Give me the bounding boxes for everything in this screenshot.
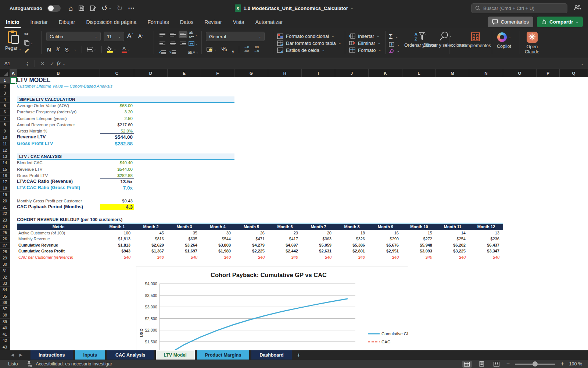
row-header-35[interactable]: 35 <box>0 293 10 300</box>
cohort-cell[interactable]: $1,980 <box>201 248 234 254</box>
sheet-title-cell[interactable]: LTV MODEL <box>17 77 50 84</box>
row-value[interactable]: $282.88 <box>100 141 134 146</box>
column-header-l[interactable]: L <box>402 69 436 77</box>
cohort-cell[interactable]: $40 <box>402 254 436 261</box>
tab-scroll-right-icon[interactable]: ▶ <box>19 353 22 357</box>
doc-title-chevron-icon[interactable]: ⌄ <box>351 6 354 10</box>
accessibility-icon[interactable] <box>26 361 32 367</box>
orientation-icon[interactable]: ab↗ ⌄ <box>188 50 198 54</box>
align-bottom-icon[interactable] <box>179 31 187 38</box>
row-header-2[interactable]: 2 <box>0 84 10 90</box>
add-sheet-button[interactable]: + <box>294 350 304 360</box>
cohort-cell[interactable]: $40 <box>100 254 134 261</box>
open-claude-button[interactable]: ✳ OpenClaude <box>525 32 539 55</box>
column-header-d[interactable]: D <box>134 69 168 77</box>
cohort-cell[interactable]: $544 <box>201 236 234 242</box>
align-middle-icon[interactable] <box>170 32 176 37</box>
row-label[interactable]: LTV:CAC Ratio (Revenue) <box>17 179 73 184</box>
cohort-cell[interactable]: $290 <box>369 236 402 242</box>
addins-button[interactable]: Complementos <box>460 32 491 48</box>
cohort-cell[interactable]: $2,801 <box>335 248 369 254</box>
page-break-view-button[interactable] <box>492 361 501 368</box>
grow-font-button[interactable]: A⌃ <box>127 32 134 40</box>
row-value[interactable]: 13.5x <box>100 179 134 184</box>
formula-input[interactable] <box>69 60 577 68</box>
column-header-p[interactable]: P <box>537 69 560 77</box>
undo-button[interactable]: ↺⌄ <box>101 4 111 12</box>
cohort-cell[interactable]: 30 <box>201 230 234 236</box>
find-select-button[interactable]: ⌄ Buscar y seleccionar <box>423 31 466 48</box>
row-label[interactable]: LTV:CAC Ratio (Gross Profit) <box>17 185 80 190</box>
column-header-j[interactable]: J <box>335 69 369 77</box>
row-header-8[interactable]: 8 <box>0 122 10 128</box>
cohort-cell[interactable]: $417 <box>268 236 302 242</box>
cohort-cell[interactable]: $2,951 <box>369 248 402 254</box>
zoom-in-button[interactable]: + <box>560 361 564 367</box>
row-header-30[interactable]: 30 <box>0 261 10 268</box>
row-label[interactable]: CAC Payback Period (Months) <box>17 204 83 209</box>
cohort-cell[interactable]: $1,367 <box>134 248 168 254</box>
conditional-formatting-button[interactable]: Formato condicional⌄ <box>277 33 341 39</box>
column-header-f[interactable]: F <box>201 69 234 77</box>
cohort-cell[interactable]: $471 <box>234 236 268 242</box>
cohort-payback-chart[interactable]: Cohort Payback: Cumulative GP vs CAC $4,… <box>136 266 408 350</box>
font-color-icon[interactable]: A ⌄ <box>122 46 130 53</box>
row-value[interactable]: 4.3 <box>100 204 134 210</box>
row-value[interactable]: $282.88 <box>100 173 134 179</box>
more-commands-icon[interactable]: ⋯ <box>128 5 135 11</box>
column-header-k[interactable]: K <box>369 69 402 77</box>
sheet-tab-instructions[interactable]: Instructions <box>31 350 73 360</box>
cohort-cell[interactable]: $326 <box>335 236 369 242</box>
row-label[interactable]: Annual Revenue per Customer <box>17 122 75 127</box>
cohort-cell[interactable]: $1,813 <box>100 242 134 248</box>
cohort-header-cell[interactable]: Month 3 <box>168 224 201 230</box>
wrap-text-icon[interactable]: abc↩ ⌄ <box>189 31 198 39</box>
cohort-cell[interactable]: 18 <box>335 230 369 236</box>
cohort-cell[interactable]: 26 <box>234 230 268 236</box>
column-header-a[interactable]: A <box>10 69 17 77</box>
row-label[interactable]: Gross Profit LTV <box>17 173 48 178</box>
cohort-cell[interactable]: $272 <box>402 236 436 242</box>
row-header-13[interactable]: 13 <box>0 153 10 160</box>
cohort-header-cell[interactable]: Month 2 <box>134 224 168 230</box>
cohort-cell[interactable]: $40 <box>369 254 402 261</box>
row-header-16[interactable]: 16 <box>0 173 10 179</box>
sheet-tab-product-margins[interactable]: Product Margins <box>197 350 250 360</box>
merge-center-icon[interactable]: ⌄ <box>189 41 198 46</box>
row-label[interactable]: Purchase Frequency (orders/yr) <box>17 109 76 114</box>
row-label[interactable]: Gross Margin % <box>17 128 47 133</box>
autosum-icon[interactable]: Σ <box>389 33 393 40</box>
redo-button[interactable]: ↻ <box>116 4 123 12</box>
cohort-cell[interactable]: $40 <box>234 254 268 261</box>
comma-style-button[interactable]: , <box>232 47 234 51</box>
save-as-icon[interactable] <box>90 5 96 11</box>
cohort-cell[interactable]: $40 <box>436 254 469 261</box>
cohort-header-cell[interactable]: Month 5 <box>234 224 268 230</box>
cancel-entry-icon[interactable]: ✕ <box>40 61 45 67</box>
row-header-12[interactable]: 12 <box>0 147 10 153</box>
decrease-indent-icon[interactable] <box>159 50 166 54</box>
row-label[interactable]: Average Order Value (AOV) <box>17 103 69 108</box>
cohort-cell[interactable]: $40 <box>469 254 503 261</box>
row-value[interactable]: $9.43 <box>100 198 134 203</box>
ribbon-tab-dibujar[interactable]: Dibujar <box>58 18 76 26</box>
sheet-grid[interactable]: LTV MODELCustomer Lifetime Value — Cohor… <box>10 77 588 350</box>
row-value[interactable]: $544.00 <box>100 134 134 140</box>
copilot-button[interactable]: ⌄ Copilot <box>497 32 511 49</box>
cohort-cell[interactable]: $6,437 <box>469 242 503 248</box>
cohort-cell[interactable]: $3,808 <box>201 242 234 248</box>
accessibility-status[interactable]: Accesibilidad: es necesario investigar <box>36 361 112 367</box>
row-header-40[interactable]: 40 <box>0 325 10 331</box>
cohort-header-cell[interactable]: Month 6 <box>268 224 302 230</box>
sheet-tab-dashboard[interactable]: Dashboard <box>251 350 291 360</box>
row-value[interactable]: $544.00 <box>100 166 134 171</box>
cohort-cell[interactable]: $1,813 <box>100 236 134 242</box>
row-header-20[interactable]: 20 <box>0 198 10 204</box>
row-value[interactable]: 2.50 <box>100 116 134 121</box>
cohort-header-cell[interactable]: Month 7 <box>302 224 335 230</box>
row-header-21[interactable]: 21 <box>0 204 10 210</box>
row-header-31[interactable]: 31 <box>0 268 10 274</box>
cohort-cell[interactable]: $40 <box>302 254 335 261</box>
format-painter-icon[interactable] <box>24 48 33 53</box>
cohort-cell[interactable]: 13 <box>469 230 503 236</box>
